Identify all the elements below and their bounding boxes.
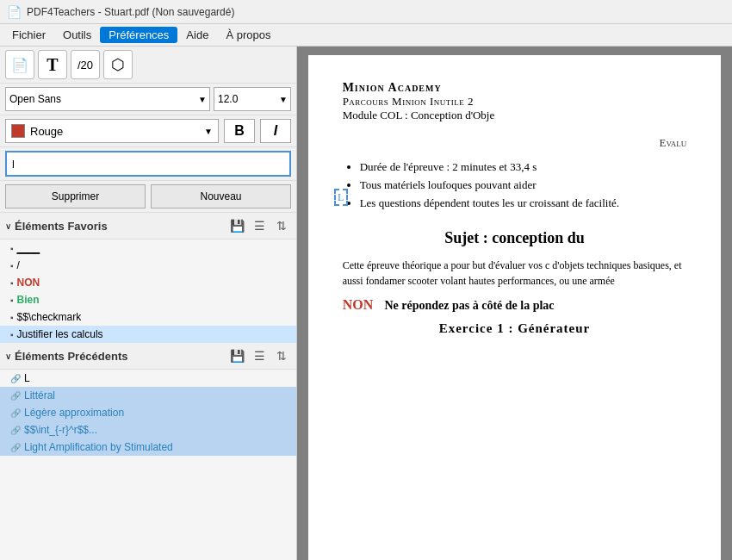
toolbar-row: 📄 T /20 ⬡ (0, 47, 296, 84)
item-text: Justifier les calculs (17, 328, 103, 340)
module-line: Module COL : Conception d'Obje (343, 109, 687, 122)
right-panel[interactable]: L Minion Academy Parcours Minion Inutile… (297, 47, 732, 560)
list-item[interactable]: ▪ ____ (0, 240, 296, 257)
font-select-wrapper[interactable]: Open Sans ▼ (5, 87, 210, 111)
precedents-chevron-icon[interactable]: ∨ (5, 352, 11, 361)
color-select-wrapper[interactable]: Rouge ▼ (5, 119, 219, 143)
size-select-wrapper[interactable]: 12.0 ▼ (214, 87, 291, 111)
favoris-sort-icon[interactable]: ⇅ (272, 216, 291, 235)
bullet-list: Durée de l'épreuve : 2 minutes et 33,4 s… (360, 159, 687, 212)
menu-outils[interactable]: Outils (54, 27, 100, 43)
precedents-list-icon[interactable]: ☰ (250, 346, 269, 365)
color-chevron-icon: ▼ (204, 127, 213, 136)
precedents-title: Éléments Précédents (15, 350, 224, 363)
text-input-row (0, 147, 296, 181)
favoris-section-header: ∨ Éléments Favoris 💾 ☰ ⇅ (0, 213, 296, 240)
precedents-list: 🔗 L 🔗 Littéral 🔗 Légère approximation 🔗 … (0, 370, 296, 456)
link-icon: 🔗 (10, 443, 21, 452)
body-text: Cette épreuve théorique a pour but d'éva… (343, 258, 687, 289)
item-text: L (24, 372, 30, 384)
item-text: ____ (17, 242, 40, 254)
item-text: / (17, 259, 20, 271)
dont-respond-text: Ne répondez pas à côté de la plac (384, 299, 554, 312)
link-icon: 🔗 (10, 374, 21, 383)
list-item[interactable]: 🔗 Légère approximation (0, 404, 296, 421)
list-item[interactable]: ▪ / (0, 257, 296, 274)
color-swatch (11, 124, 25, 138)
color-label: Rouge (30, 125, 63, 138)
list-item[interactable]: ▪ $$\checkmark (0, 308, 296, 326)
new-button[interactable]: Nouveau (151, 184, 291, 208)
link-icon: 🔗 (10, 426, 21, 435)
list-item[interactable]: ▪ Bien (0, 291, 296, 308)
pdf-header: Minion Academy Parcours Minion Inutile 2… (343, 81, 687, 122)
item-text: Légère approximation (24, 407, 124, 419)
titlebar-text: PDF4Teachers - Stuart.pdf (Non sauvegard… (27, 6, 234, 18)
color-select[interactable]: Rouge ▼ (5, 119, 219, 143)
selects-row: Open Sans ▼ 12.0 ▼ (0, 84, 296, 115)
menu-fichier[interactable]: Fichier (3, 27, 54, 43)
bold-button[interactable]: B (224, 119, 255, 143)
bullet-icon: ▪ (10, 261, 14, 271)
bullet-item: Tous matériels loufoques pouvant aider (360, 177, 687, 195)
non-label: NON (343, 297, 374, 312)
item-text: NON (17, 277, 40, 289)
favoris-save-icon[interactable]: 💾 (227, 216, 246, 235)
non-row: NON Ne répondez pas à côté de la plac (343, 297, 687, 313)
menu-aide[interactable]: Aide (177, 27, 217, 43)
menubar: Fichier Outils Préférences Aide À propos (0, 24, 732, 47)
list-item-selected[interactable]: ▪ Justifier les calculs (0, 326, 296, 343)
menu-preferences[interactable]: Préférences (100, 27, 177, 43)
bullet-icon: ▪ (10, 278, 14, 288)
item-text: Light Amplification by Stimulated (24, 441, 173, 453)
list-item[interactable]: 🔗 $$\int_{-r}^r$$... (0, 421, 296, 439)
favoris-chevron-icon[interactable]: ∨ (5, 221, 11, 231)
school-name: Minion Academy (343, 81, 687, 95)
annotation-box[interactable]: L (334, 189, 348, 206)
item-text: Bien (17, 294, 40, 306)
color-row: Rouge ▼ B I (0, 115, 296, 147)
evalu-label: Evalu (343, 136, 687, 150)
exercice-title: Exercice 1 : Générateur (343, 321, 687, 336)
delete-button[interactable]: Supprimer (5, 184, 146, 208)
pdf-tool-button[interactable]: 📄 (5, 50, 34, 79)
link-icon: 🔗 (10, 391, 21, 401)
favoris-list-icon[interactable]: ☰ (250, 216, 269, 235)
bullet-icon: ▪ (10, 330, 14, 339)
app-icon: 📄 (7, 5, 22, 19)
precedents-sort-icon[interactable]: ⇅ (272, 346, 291, 365)
bullet-item: Les questions dépendent toutes les ur cr… (360, 195, 687, 213)
bullet-icon: ▪ (10, 296, 14, 305)
precedents-section-header: ∨ Éléments Précédents 💾 ☰ ⇅ (0, 343, 296, 370)
main-container: 📄 T /20 ⬡ Open Sans ▼ 12.0 ▼ (0, 47, 732, 560)
item-text: $$\checkmark (17, 311, 82, 323)
grade-tool-button[interactable]: /20 (71, 50, 100, 79)
bullet-icon: ▪ (10, 313, 14, 322)
annotation-text-input[interactable] (5, 151, 291, 177)
titlebar: 📄 PDF4Teachers - Stuart.pdf (Non sauvega… (0, 0, 732, 24)
action-row: Supprimer Nouveau (0, 181, 296, 213)
favoris-title: Éléments Favoris (15, 220, 224, 233)
precedents-save-icon[interactable]: 💾 (227, 346, 246, 365)
shape-tool-button[interactable]: ⬡ (103, 50, 133, 79)
course-line: Parcours Minion Inutile 2 (343, 95, 687, 109)
item-text: $$\int_{-r}^r$$... (24, 424, 97, 436)
bullet-item: Durée de l'épreuve : 2 minutes et 33,4 s (360, 159, 687, 177)
pdf-page: L Minion Academy Parcours Minion Inutile… (308, 55, 722, 560)
size-select[interactable]: 12.0 (214, 87, 291, 111)
left-panel: 📄 T /20 ⬡ Open Sans ▼ 12.0 ▼ (0, 47, 297, 560)
text-tool-button[interactable]: T (38, 50, 67, 79)
link-icon: 🔗 (10, 408, 21, 418)
list-item[interactable]: 🔗 Littéral (0, 387, 296, 404)
list-item[interactable]: 🔗 Light Amplification by Stimulated (0, 439, 296, 456)
bullet-icon: ▪ (10, 244, 14, 253)
font-select[interactable]: Open Sans (5, 87, 210, 111)
favoris-list: ▪ ____ ▪ / ▪ NON ▪ Bien ▪ $$\checkmark ▪… (0, 240, 296, 343)
italic-button[interactable]: I (260, 119, 291, 143)
subject-title: Sujet : conception du (343, 229, 687, 247)
item-text: Littéral (24, 389, 55, 401)
list-item[interactable]: 🔗 L (0, 370, 296, 387)
menu-apropos[interactable]: À propos (217, 27, 279, 43)
list-item[interactable]: ▪ NON (0, 274, 296, 291)
